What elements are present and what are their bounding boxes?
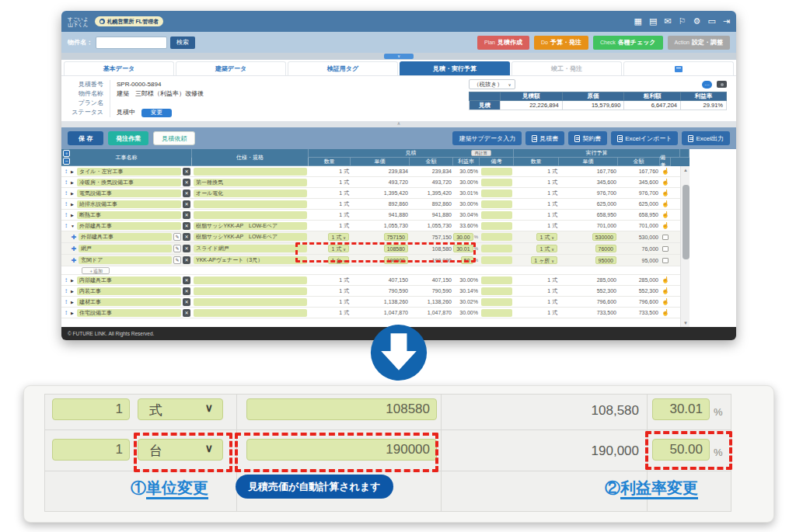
spec-field[interactable]: [194, 309, 307, 317]
thumbs-icon[interactable]: ☝: [662, 276, 669, 283]
collapse-all-button[interactable]: −: [63, 158, 70, 165]
item-name-field[interactable]: 給排水設備工事: [77, 200, 181, 208]
estimate-request-button[interactable]: 見積依頼: [153, 131, 195, 145]
budget-qty-unit-field[interactable]: 1 ヶ所∨: [531, 256, 557, 264]
save-button[interactable]: 保 存: [68, 131, 103, 145]
drag-handle-icon[interactable]: ↕: [63, 222, 69, 229]
spec-field[interactable]: スライド網戸: [194, 245, 307, 252]
table-row[interactable]: ↕▶給排水設備工事✕1 式892,860892,86030.00%1 式625,…: [61, 199, 680, 210]
spec-field[interactable]: 第一種換気: [194, 179, 307, 186]
expand-caret-icon[interactable]: ▶: [71, 191, 75, 196]
drag-handle-icon[interactable]: ↕: [63, 276, 69, 283]
expand-caret-icon[interactable]: ▶: [71, 278, 75, 283]
delete-icon[interactable]: ✕: [183, 298, 190, 306]
user-badge[interactable]: 札幌営業所 FL管理者: [95, 16, 164, 26]
drag-handle-icon[interactable]: ↕: [63, 200, 69, 207]
spec-field[interactable]: [194, 287, 307, 295]
tab-icon[interactable]: [623, 61, 734, 75]
item-name-field[interactable]: 外部建具工事: [77, 222, 181, 230]
search-button[interactable]: 検索: [170, 37, 195, 49]
spec-field[interactable]: [194, 276, 307, 284]
expand-caret-icon[interactable]: ▶: [71, 202, 75, 207]
detail-unit-dropdown[interactable]: 式∨: [138, 398, 223, 420]
drag-handle-icon[interactable]: ✚: [71, 245, 77, 252]
scrollbar-thumb[interactable]: [683, 185, 690, 259]
spec-field[interactable]: YKK-APヴェナート（3尺）: [194, 256, 307, 264]
status-change-button[interactable]: 変更: [141, 109, 172, 117]
comment-icon[interactable]: [662, 258, 669, 263]
item-name-field[interactable]: 網戸: [79, 245, 172, 252]
table-row[interactable]: ↕▶断熱工事✕1 式941,880941,88030.04%1 式658,950…: [61, 210, 680, 221]
estimate-note-field[interactable]: [481, 200, 512, 208]
estimate-price-field[interactable]: 108580: [384, 245, 408, 252]
expand-all-button[interactable]: ＋: [63, 150, 70, 157]
budget-price-field[interactable]: 76000: [595, 245, 616, 252]
budget-qty-unit-field[interactable]: 1 式∨: [536, 233, 557, 241]
tab-検証用タグ[interactable]: 検証用タグ: [288, 61, 398, 75]
phase-button-check[interactable]: Check各種チェック: [593, 36, 663, 50]
item-name-field[interactable]: 建材工事: [77, 298, 181, 306]
drag-handle-icon[interactable]: ↕: [63, 309, 69, 316]
drag-handle-icon[interactable]: ↕: [63, 211, 69, 218]
comment-icon[interactable]: [662, 235, 669, 240]
item-name-field[interactable]: 内装工事: [77, 287, 181, 295]
table-row[interactable]: ↕▶建材工事✕1 式1,138,2601,138,26030.02%1 式796…: [61, 297, 680, 308]
spec-field[interactable]: 樹脂サッシYKK-AP LOW-Eペア: [194, 222, 307, 230]
expand-caret-icon[interactable]: ▶: [71, 169, 75, 174]
scroll-up-icon[interactable]: ▲: [681, 166, 690, 174]
tax-mode-dropdown[interactable]: （税抜き）∨: [469, 79, 515, 89]
logout-icon[interactable]: ⇥: [723, 16, 730, 26]
table-row[interactable]: ↕▶タイル・左官工事✕1 式239,834239,83430.05%1 式167…: [61, 166, 680, 177]
table-row[interactable]: ↕▶冷暖房・換気設備工事✕第一種換気1 式493,720493,72030.00…: [61, 177, 680, 188]
table-row[interactable]: ✚外部建具工事✎✕樹脂サッシYKK-AP LOW-Eペア1 式∨75715075…: [61, 231, 680, 243]
spec-field[interactable]: オール電化: [194, 190, 307, 197]
item-name-field[interactable]: 内部建具工事: [77, 276, 181, 284]
expand-caret-icon[interactable]: ▶: [71, 180, 75, 185]
collapse-toggle[interactable]: ∨: [384, 54, 414, 59]
delete-icon[interactable]: ✕: [183, 245, 190, 252]
detail-rate-field[interactable]: 50.00: [652, 439, 710, 461]
table-row[interactable]: ↕▶住宅設備工事✕1 式1,047,8701,047,87030.00%1 式7…: [61, 308, 680, 318]
table-row[interactable]: ↕▼外部建具工事✕樹脂サッシYKK-AP LOW-Eペア1 式1,055,730…: [61, 221, 680, 231]
delete-icon[interactable]: ✕: [183, 190, 190, 197]
item-name-field[interactable]: 電気設備工事: [77, 190, 181, 197]
estimate-note-field[interactable]: [481, 211, 512, 219]
scroll-down-icon[interactable]: ▼: [681, 319, 690, 327]
edit-icon[interactable]: ✎: [173, 233, 181, 241]
spec-field[interactable]: [194, 200, 307, 208]
drag-handle-icon[interactable]: ↕: [63, 287, 69, 294]
edit-icon[interactable]: ✎: [173, 256, 181, 264]
detail-price-field[interactable]: 190000: [246, 439, 437, 461]
item-name-field[interactable]: 玄関ドア: [79, 256, 172, 264]
estimate-note-field[interactable]: [481, 190, 512, 197]
estimate-note-field[interactable]: [481, 245, 512, 252]
excel-export-button[interactable]: Excel出力: [682, 131, 730, 145]
estimate-note-field[interactable]: [481, 179, 512, 186]
budget-qty-unit-field[interactable]: 1 式∨: [536, 245, 557, 252]
comment-bubble-icon[interactable]: …: [702, 81, 712, 89]
edit-icon[interactable]: ✎: [173, 245, 181, 252]
table-row[interactable]: ↕▶内装工事✕1 式790,590790,59030.14%1 式552,300…: [61, 286, 680, 297]
estimate-note-field[interactable]: [481, 222, 512, 230]
estimate-price-field[interactable]: 190000: [384, 256, 408, 264]
contract-document-button[interactable]: 契約書: [568, 131, 607, 145]
detail-qty-field[interactable]: 1: [52, 439, 130, 461]
detail-qty-field[interactable]: 1: [52, 398, 130, 420]
property-name-input[interactable]: [96, 37, 167, 49]
expand-caret-icon[interactable]: ▼: [71, 224, 75, 228]
profit-rate-field[interactable]: 50: [461, 256, 473, 264]
delete-icon[interactable]: ✕: [183, 276, 190, 284]
expand-caret-icon[interactable]: ▶: [71, 289, 75, 294]
delete-icon[interactable]: ✕: [183, 168, 190, 176]
item-name-field[interactable]: 外部建具工事: [79, 233, 172, 241]
comment-icon[interactable]: [662, 246, 669, 252]
item-name-field[interactable]: 住宅設備工事: [77, 309, 181, 317]
item-name-field[interactable]: 断熱工事: [77, 211, 181, 219]
quote-document-button[interactable]: 見積書: [525, 131, 564, 145]
excel-import-button[interactable]: Excelインポート: [611, 131, 678, 145]
estimate-note-field[interactable]: [481, 276, 512, 284]
delete-icon[interactable]: ✕: [183, 179, 190, 186]
thumbs-icon[interactable]: ☝: [662, 298, 669, 305]
estimate-note-field[interactable]: [481, 309, 512, 317]
thumbs-icon[interactable]: ☝: [662, 200, 669, 207]
